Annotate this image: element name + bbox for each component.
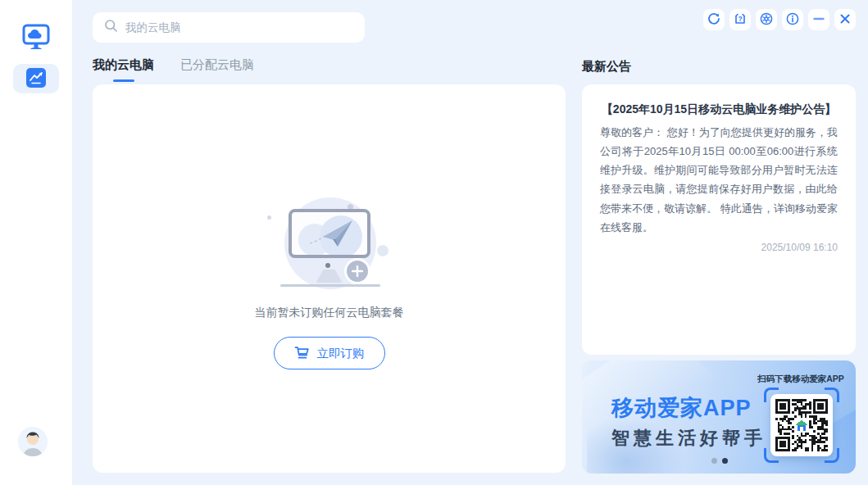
carousel-dot[interactable] (711, 458, 717, 464)
paper-plane-icon (292, 212, 367, 255)
settings-button[interactable] (756, 9, 777, 30)
empty-state-message: 当前暂未订购任何云电脑套餐 (207, 306, 452, 320)
qr-frame (764, 388, 839, 463)
qr-code (770, 394, 833, 456)
empty-state: 当前暂未订购任何云电脑套餐 立即订购 (207, 188, 452, 369)
monitor-cloud-icon (20, 21, 52, 55)
qr-caption: 扫码下载移动爱家APP (756, 374, 846, 385)
close-icon (838, 12, 852, 28)
announcement-panel: 【2025年10月15日移动云电脑业务维护公告】 尊敬的客户： 您好！为了向您提… (582, 84, 856, 355)
empty-illustration (248, 188, 411, 292)
announcement-body: 尊敬的客户： 您好！为了向您提供更好的服务，我公司将于2025年10月15日 0… (600, 123, 838, 237)
close-button[interactable] (834, 9, 856, 30)
gear-icon (760, 12, 773, 28)
tab-assigned-cloud-pc[interactable]: 已分配云电脑 (180, 57, 254, 82)
carousel-dot-active[interactable] (722, 458, 728, 464)
tab-label: 我的云电脑 (93, 57, 154, 71)
subscribe-button-label: 立即订购 (317, 346, 365, 361)
announcement-timestamp: 2025/10/09 16:10 (600, 242, 838, 253)
add-icon (344, 258, 370, 284)
info-icon (786, 12, 799, 28)
refresh-button[interactable] (703, 9, 725, 30)
search-input[interactable] (125, 21, 353, 34)
announcement-title: 【2025年10月15日移动云电脑业务维护公告】 (600, 101, 838, 118)
minimize-button[interactable] (808, 9, 829, 30)
tab-label: 已分配云电脑 (180, 57, 254, 71)
help-book-icon: ? (734, 12, 747, 28)
chart-icon (26, 68, 46, 90)
app-promo-banner[interactable]: 移动爱家APP 智慧生活好帮手 扫码下载移动爱家APP (582, 360, 856, 474)
user-avatar[interactable] (18, 427, 48, 456)
search-bar (93, 12, 365, 43)
info-button[interactable] (782, 9, 803, 30)
banner-subtitle: 智慧生活好帮手 (611, 426, 766, 451)
cloud-pc-app-window: ? (0, 0, 868, 485)
announcement-item[interactable]: 【2025年10月15日移动云电脑业务维护公告】 尊敬的客户： 您好！为了向您提… (600, 101, 838, 253)
search-icon (104, 19, 118, 36)
help-button[interactable]: ? (729, 9, 751, 30)
tab-my-cloud-pc[interactable]: 我的云电脑 (93, 57, 154, 82)
svg-text:?: ? (738, 15, 742, 23)
cloud-pc-panel: 当前暂未订购任何云电脑套餐 立即订购 (93, 84, 566, 473)
subscribe-button[interactable]: 立即订购 (274, 337, 385, 369)
sidebar (0, 0, 72, 485)
window-actions: ? (703, 9, 856, 30)
active-tab-indicator (113, 79, 134, 82)
cloud-pc-tabs: 我的云电脑 已分配云电脑 (93, 57, 254, 82)
banner-title: 移动爱家APP (611, 393, 752, 423)
cart-icon (294, 345, 310, 362)
announcements-heading: 最新公告 (582, 59, 631, 75)
sidebar-item-stats[interactable] (13, 64, 59, 93)
sidebar-item-cloud-pc[interactable] (20, 21, 52, 54)
minimize-icon (812, 12, 825, 28)
monitor-illustration (289, 209, 370, 258)
refresh-icon (707, 12, 720, 28)
carousel-dots (711, 458, 728, 464)
